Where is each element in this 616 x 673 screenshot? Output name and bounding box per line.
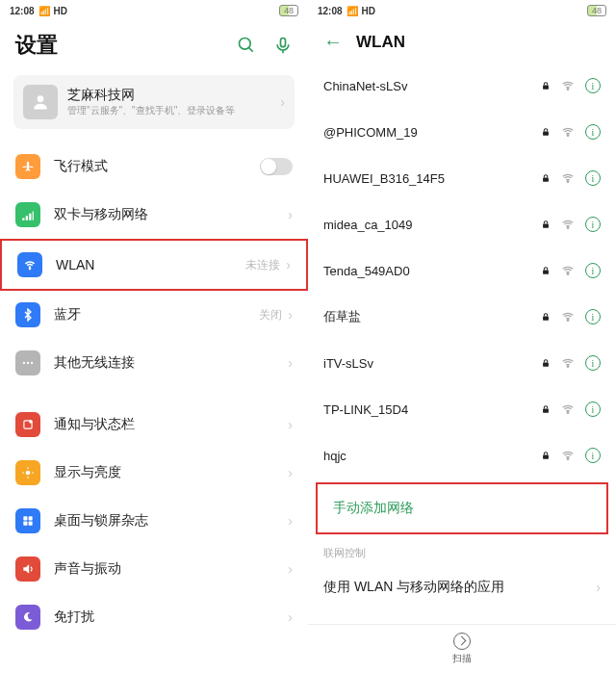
settings-row-dnd[interactable]: 免打扰› [0,593,308,641]
svg-line-1 [249,48,253,52]
chevron-right-icon: › [288,609,293,625]
airplane-toggle[interactable] [260,158,293,175]
status-bar: 12:08 📶 HD 48 [308,0,616,21]
mic-icon[interactable] [273,36,293,55]
svg-rect-19 [29,522,33,526]
svg-point-37 [567,458,569,460]
row-label: 通知与状态栏 [54,416,288,433]
add-network-button[interactable]: 手动添加网络 [318,484,606,532]
svg-rect-32 [543,363,549,367]
settings-row-sim[interactable]: 双卡与移动网络› [0,191,308,239]
wifi-signal-icon [560,264,576,277]
info-icon[interactable]: i [585,217,601,232]
status-time: 12:08 [318,6,343,16]
wifi-name: TP-LINK_15D4 [323,402,541,417]
wifi-network-row[interactable]: @PHICOMM_19i [308,109,616,155]
svg-point-35 [567,412,569,414]
row-label: 双卡与移动网络 [54,206,288,223]
settings-row-airplane[interactable]: 飞行模式 [0,142,308,191]
search-icon[interactable] [237,36,256,55]
wifi-name: @PHICOMM_19 [323,125,541,140]
info-icon[interactable]: i [585,78,601,93]
wifi-list: ChinaNet-sLSvi@PHICOMM_19iHUAWEI_B316_14… [308,63,616,479]
row-label: 显示与亮度 [54,464,288,481]
wifi-signal-icon [560,218,576,231]
row-label: 飞行模式 [54,158,260,175]
svg-rect-17 [29,516,33,520]
battery-indicator: 48 [587,5,606,16]
wifi-icon [17,252,42,277]
status-bar: 12:08 📶 HD 48 [0,0,308,21]
settings-header: 设置 [0,21,308,69]
info-icon[interactable]: i [585,401,601,417]
settings-row-sound[interactable]: 声音与振动› [0,545,308,593]
wifi-network-row[interactable]: HUAWEI_B316_14F5i [308,155,616,201]
svg-point-23 [567,135,569,137]
chevron-right-icon: › [288,561,293,577]
battery-indicator: 48 [279,5,298,16]
row-status: 未连接 [245,257,280,273]
settings-row-wifi[interactable]: WLAN未连接› [0,239,308,291]
settings-row-dots[interactable]: 其他无线连接› [0,339,308,387]
settings-row-bright[interactable]: 显示与亮度› [0,449,308,497]
profile-sub: 管理"云服务"、"查找手机"、登录设备等 [67,104,235,117]
settings-row-home[interactable]: 桌面与锁屏杂志› [0,497,308,545]
settings-list: 飞行模式双卡与移动网络›WLAN未连接›蓝牙关闭›其他无线连接›通知与状态栏›显… [0,142,308,641]
info-icon[interactable]: i [585,309,601,324]
lock-icon [541,265,551,276]
status-time: 12:08 [10,6,35,16]
notif-icon [15,412,40,437]
chevron-right-icon: › [596,580,601,595]
lock-icon [541,403,551,415]
info-icon[interactable]: i [585,263,601,278]
svg-rect-20 [543,86,549,90]
svg-point-8 [31,362,33,364]
info-icon[interactable]: i [585,170,601,186]
wifi-network-row[interactable]: iTV-sLSvi [308,340,616,386]
svg-rect-26 [543,224,549,228]
svg-point-6 [23,362,25,364]
chevron-right-icon: › [288,307,293,323]
chevron-right-icon: › [288,355,293,371]
chevron-right-icon: › [288,207,293,222]
wifi-signal-icon [560,310,576,324]
info-icon[interactable]: i [585,124,601,140]
wifi-signal-icon [560,171,576,185]
back-icon[interactable]: ← [323,31,343,53]
row-label: 蓝牙 [54,306,259,324]
wifi-name: midea_ca_1049 [323,218,541,232]
svg-rect-34 [543,409,549,413]
lock-icon [541,219,551,230]
info-icon[interactable]: i [585,448,601,463]
scan-button[interactable]: 扫描 [452,633,472,665]
svg-rect-2 [281,39,286,47]
profile-card[interactable]: 芝麻科技网 管理"云服务"、"查找手机"、登录设备等 › [13,75,295,129]
wifi-network-row[interactable]: 佰草盐i [308,294,616,340]
apps-row-label: 使用 WLAN 与移动网络的应用 [323,579,596,596]
info-icon[interactable]: i [585,355,601,371]
wifi-network-row[interactable]: TP-LINK_15D4i [308,386,616,432]
signal-icon: 📶 [38,6,50,16]
wifi-network-row[interactable]: ChinaNet-sLSvi [308,63,616,109]
wifi-signal-icon [560,125,576,139]
lock-icon [541,126,551,138]
wlan-title: WLAN [356,33,405,52]
settings-screen: 12:08 📶 HD 48 设置 芝麻科技网 管 [0,0,308,673]
settings-row-bt[interactable]: 蓝牙关闭› [0,291,308,339]
airplane-icon [15,154,40,179]
dnd-icon [15,605,40,630]
lock-icon [541,450,551,461]
wifi-network-row[interactable]: midea_ca_1049i [308,201,616,247]
bright-icon [15,460,40,485]
page-title: 设置 [15,31,58,60]
svg-rect-36 [543,455,549,459]
row-status: 关闭 [259,307,282,324]
apps-row[interactable]: 使用 WLAN 与移动网络的应用 › [308,564,616,610]
wifi-network-row[interactable]: Tenda_549AD0i [308,247,616,294]
chevron-right-icon: › [280,94,285,110]
wifi-network-row[interactable]: hqjci [308,432,616,479]
row-label: WLAN [56,257,245,272]
dots-icon [15,350,40,375]
lock-icon [541,311,551,323]
settings-row-notif[interactable]: 通知与状态栏› [0,401,308,449]
